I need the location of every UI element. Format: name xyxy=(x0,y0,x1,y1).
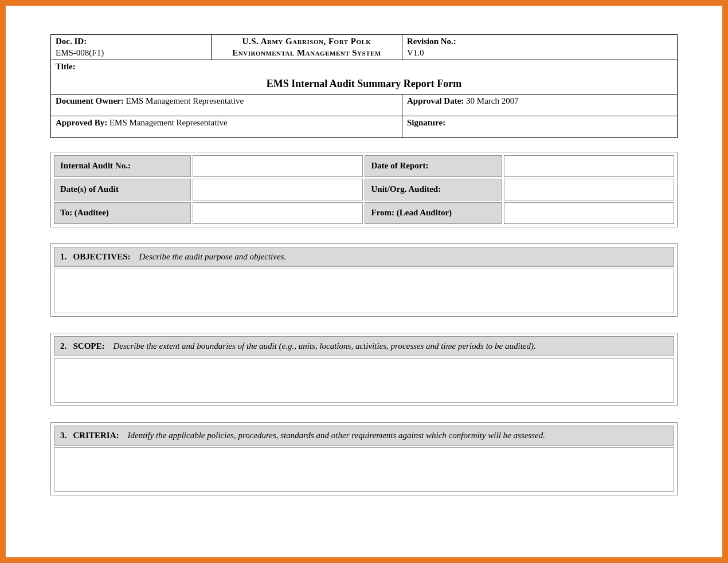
section-scope: 2. SCOPE: Describe the extent and bounda… xyxy=(50,333,678,406)
section-objectives: 1. OBJECTIVES: Describe the audit purpos… xyxy=(50,243,678,317)
criteria-title: CRITERIA: xyxy=(73,431,119,440)
unit-org-label: Unit/Org. Audited: xyxy=(365,179,502,200)
scope-desc: Describe the extent and boundaries of th… xyxy=(113,341,536,351)
to-auditee-value[interactable] xyxy=(193,202,363,224)
objectives-header: 1. OBJECTIVES: Describe the audit purpos… xyxy=(54,247,674,267)
unit-org-value[interactable] xyxy=(504,179,674,200)
section-criteria: 3. CRITERIA: Identify the applicable pol… xyxy=(50,422,678,495)
org-cell: U.S. Army Garrison, Fort Polk Environmen… xyxy=(212,35,402,60)
date-report-value[interactable] xyxy=(504,155,674,177)
doc-id-cell: Doc. ID: EMS-008(F1) xyxy=(51,35,212,60)
objectives-desc: Describe the audit purpose and objective… xyxy=(139,252,287,261)
from-auditor-value[interactable] xyxy=(504,202,674,224)
approved-by-cell: Approved By: EMS Management Representati… xyxy=(51,116,402,137)
date-report-label: Date of Report: xyxy=(365,155,502,177)
audit-info-table: Internal Audit No.: Date of Report: Date… xyxy=(50,152,678,227)
doc-id-label: Doc. ID: xyxy=(56,37,87,46)
title-cell: Title: EMS Internal Audit Summary Report… xyxy=(51,60,678,95)
doc-id-value: EMS-008(F1) xyxy=(56,48,104,57)
objectives-num: 1. xyxy=(60,252,66,261)
dates-audit-value[interactable] xyxy=(193,179,363,200)
objectives-body[interactable] xyxy=(54,269,674,313)
approval-date-label: Approval Date: xyxy=(407,96,464,105)
criteria-desc: Identify the applicable policies, proced… xyxy=(128,431,545,440)
from-auditor-label: From: (Lead Auditor) xyxy=(365,202,502,224)
scope-title: SCOPE: xyxy=(73,341,105,351)
doc-owner-label: Document Owner: xyxy=(56,96,124,105)
document-header-table: Doc. ID: EMS-008(F1) U.S. Army Garrison,… xyxy=(50,34,678,138)
revision-label: Revision No.: xyxy=(407,37,456,46)
revision-value: V1.0 xyxy=(407,48,424,57)
criteria-body[interactable] xyxy=(54,447,674,492)
audit-no-label: Internal Audit No.: xyxy=(54,155,191,177)
dates-audit-label: Date(s) of Audit xyxy=(54,179,191,200)
scope-num: 2. xyxy=(60,341,66,351)
criteria-header: 3. CRITERIA: Identify the applicable pol… xyxy=(54,426,674,446)
signature-label: Signature: xyxy=(407,118,445,127)
audit-no-value[interactable] xyxy=(193,155,363,177)
approval-date-cell: Approval Date: 30 March 2007 xyxy=(402,94,678,116)
form-title: EMS Internal Audit Summary Report Form xyxy=(56,73,672,90)
criteria-num: 3. xyxy=(60,431,66,440)
scope-header: 2. SCOPE: Describe the extent and bounda… xyxy=(54,336,674,356)
org-line1: U.S. Army Garrison, Fort Polk xyxy=(242,37,371,46)
signature-cell: Signature: xyxy=(402,116,678,137)
doc-owner-cell: Document Owner: EMS Management Represent… xyxy=(51,94,402,116)
approval-date-value: 30 March 2007 xyxy=(466,96,519,105)
title-label: Title: xyxy=(56,62,76,71)
doc-owner-value: EMS Management Representative xyxy=(126,96,244,105)
objectives-title: OBJECTIVES: xyxy=(73,252,131,261)
scope-body[interactable] xyxy=(54,358,674,403)
approved-by-label: Approved By: xyxy=(56,118,107,127)
revision-cell: Revision No.: V1.0 xyxy=(402,35,678,60)
to-auditee-label: To: (Auditee) xyxy=(54,202,191,224)
org-line2: Environmental Management System xyxy=(232,48,381,57)
approved-by-value: EMS Management Representative xyxy=(109,118,228,127)
